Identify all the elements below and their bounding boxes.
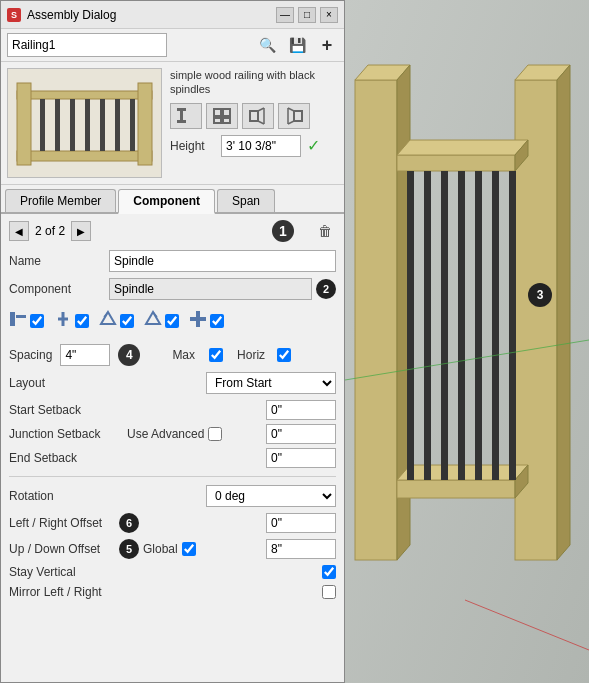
svg-marker-43 <box>557 65 570 560</box>
svg-rect-6 <box>55 99 60 151</box>
svg-rect-2 <box>17 91 152 99</box>
preview-icon-left[interactable] <box>242 103 274 129</box>
preview-image <box>7 68 162 178</box>
search-icon[interactable]: 🔍 <box>256 34 278 56</box>
mirror-label: Mirror Left / Right <box>9 585 322 599</box>
use-advanced-checkbox[interactable] <box>208 427 222 441</box>
rotation-label: Rotation <box>9 489 119 503</box>
svg-rect-18 <box>223 118 230 123</box>
junction-setback-left: Junction Setback <box>9 427 119 441</box>
main-content: ◀ 2 of 2 ▶ 1 🗑 Name Component Spindle <box>1 214 344 682</box>
up-down-offset-label: Up / Down Offset <box>9 542 119 556</box>
stay-vertical-row: Stay Vertical <box>9 565 336 579</box>
icon-check-4 <box>144 310 179 332</box>
junction-setback-input[interactable] <box>266 424 336 444</box>
svg-rect-17 <box>214 118 221 123</box>
icon-4 <box>144 310 162 332</box>
badge-2: 2 <box>316 279 336 299</box>
name-row: Name <box>9 250 336 272</box>
height-confirm-icon[interactable]: ✓ <box>307 136 320 155</box>
window-title: Assembly Dialog <box>27 8 270 22</box>
delete-component-button[interactable]: 🗑 <box>314 220 336 242</box>
svg-rect-3 <box>17 83 31 165</box>
preview-icon-grid[interactable] <box>206 103 238 129</box>
layout-select[interactable]: From Start Centered From End <box>206 372 336 394</box>
height-label: Height <box>170 139 215 153</box>
checkbox-2[interactable] <box>75 314 89 328</box>
svg-rect-47 <box>397 155 515 171</box>
svg-rect-56 <box>509 171 516 480</box>
up-down-offset-row: Up / Down Offset 5 Global <box>9 539 336 559</box>
svg-rect-7 <box>70 99 75 151</box>
svg-rect-4 <box>138 83 152 165</box>
icon-1 <box>9 310 27 332</box>
svg-rect-23 <box>294 111 302 121</box>
title-bar: S Assembly Dialog — □ × <box>1 1 344 29</box>
app-icon: S <box>7 8 21 22</box>
add-icon[interactable]: + <box>316 34 338 56</box>
svg-marker-31 <box>101 312 115 324</box>
svg-rect-53 <box>458 171 465 480</box>
svg-rect-9 <box>100 99 105 151</box>
svg-rect-5 <box>40 99 45 151</box>
max-label: Max <box>172 348 195 362</box>
page-indicator: 2 of 2 <box>35 224 65 238</box>
stay-vertical-checkbox[interactable] <box>322 565 336 579</box>
left-right-offset-row: Left / Right Offset 6 <box>9 513 336 533</box>
left-right-offset-input[interactable] <box>266 513 336 533</box>
spacing-input[interactable] <box>60 344 110 366</box>
checkbox-4[interactable] <box>165 314 179 328</box>
horiz-checkbox[interactable] <box>277 348 291 362</box>
add-component-button[interactable]: 1 <box>272 220 294 242</box>
tab-span[interactable]: Span <box>217 189 275 212</box>
stay-vertical-label: Stay Vertical <box>9 565 322 579</box>
checkbox-5[interactable] <box>210 314 224 328</box>
3d-view-svg: 3 <box>345 0 589 683</box>
name-input[interactable] <box>109 250 336 272</box>
max-checkbox[interactable] <box>209 348 223 362</box>
end-setback-input[interactable] <box>266 448 336 468</box>
icon-2 <box>54 310 72 332</box>
junction-setback-middle: Use Advanced <box>119 427 222 441</box>
svg-rect-27 <box>10 312 15 326</box>
preview-icon-height[interactable] <box>170 103 202 129</box>
svg-rect-8 <box>85 99 90 151</box>
icon-5 <box>189 310 207 332</box>
svg-rect-14 <box>177 120 186 123</box>
minimize-button[interactable]: — <box>276 7 294 23</box>
up-down-offset-input[interactable] <box>266 539 336 559</box>
start-setback-input[interactable] <box>266 400 336 420</box>
mirror-checkbox[interactable] <box>322 585 336 599</box>
component-select-button[interactable]: Spindle <box>109 278 312 300</box>
prev-button[interactable]: ◀ <box>9 221 29 241</box>
left-right-offset-label: Left / Right Offset <box>9 516 119 530</box>
window-controls: — □ × <box>276 7 338 23</box>
svg-rect-16 <box>223 109 230 116</box>
tab-component[interactable]: Component <box>118 189 215 214</box>
checkbox-1[interactable] <box>30 314 44 328</box>
svg-line-21 <box>258 121 264 124</box>
svg-rect-15 <box>214 109 221 116</box>
checkbox-3[interactable] <box>120 314 134 328</box>
close-button[interactable]: × <box>320 7 338 23</box>
svg-rect-1 <box>17 151 152 161</box>
toolbar-icons: 🔍 💾 + <box>256 34 338 56</box>
save-icon[interactable]: 💾 <box>286 34 308 56</box>
svg-rect-55 <box>492 171 499 480</box>
preview-icon-right[interactable] <box>278 103 310 129</box>
svg-rect-36 <box>196 311 200 327</box>
height-input[interactable] <box>221 135 301 157</box>
junction-setback-row: Junction Setback Use Advanced <box>9 424 336 444</box>
tab-profile-member[interactable]: Profile Member <box>5 189 116 212</box>
restore-button[interactable]: □ <box>298 7 316 23</box>
rotation-select[interactable]: 0 deg 90 deg 180 deg 270 deg <box>206 485 336 507</box>
assembly-name-input[interactable] <box>7 33 167 57</box>
svg-rect-44 <box>397 480 515 498</box>
next-button[interactable]: ▶ <box>71 221 91 241</box>
global-checkbox[interactable] <box>182 542 196 556</box>
horiz-label: Horiz <box>237 348 265 362</box>
preview-area: simple wood railing with black spindles … <box>1 62 344 185</box>
svg-rect-50 <box>407 171 414 480</box>
svg-rect-10 <box>115 99 120 151</box>
svg-rect-54 <box>475 171 482 480</box>
